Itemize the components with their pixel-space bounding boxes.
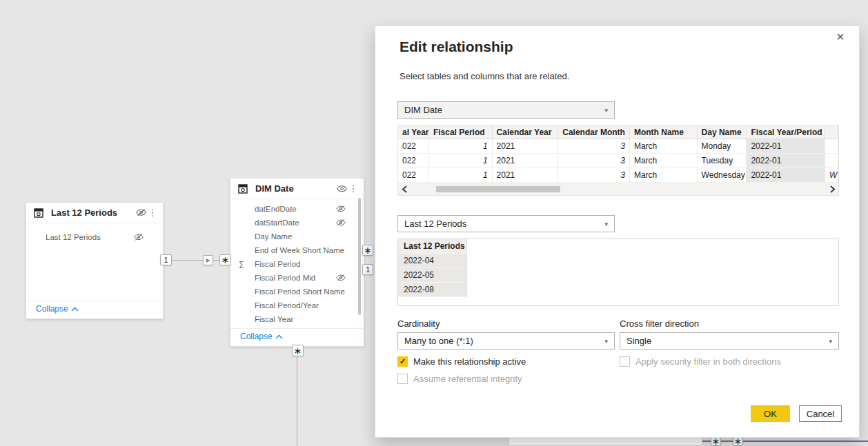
preview-cell[interactable]: W (825, 168, 838, 183)
table-preview-2: Last 12 Periods2022-042022-052022-08 (397, 239, 839, 306)
preview-cell[interactable]: 022 (398, 168, 429, 183)
scroll-left-icon[interactable] (398, 185, 411, 193)
preview-cell[interactable] (825, 139, 838, 154)
table-card-dim-date[interactable]: DIM Date ⋮ datEndDatedatStartDateDay Nam… (230, 178, 364, 347)
chevron-down-icon: ▾ (829, 338, 832, 345)
preview-cell[interactable]: March (630, 168, 698, 183)
collapse-label: Collapse (36, 304, 68, 314)
column-header[interactable]: Fiscal Year/Period (747, 125, 825, 139)
field-row[interactable]: Last 12 Periods (26, 230, 163, 244)
hidden-eye-slash-icon[interactable] (134, 206, 148, 220)
field-name: datStartDate (255, 219, 336, 227)
preview-cell[interactable] (825, 154, 838, 168)
make-active-checkbox[interactable]: ✓ Make this relationship active (397, 356, 526, 367)
column-header[interactable]: al Year (398, 125, 429, 139)
cardinality-label: Cardinality (397, 318, 440, 329)
edit-relationship-dialog: × Edit relationship Select tables and co… (375, 26, 860, 438)
field-name: Fiscal Year (255, 315, 364, 323)
field-row[interactable]: ∑Fiscal Period (230, 257, 364, 271)
card-footer: Collapse (230, 328, 364, 346)
field-row[interactable]: datStartDate (230, 216, 364, 230)
field-name: Last 12 Periods (46, 233, 134, 241)
referential-integrity-checkbox: Assume referential integrity (397, 374, 522, 384)
field-hidden-eye-slash-icon (336, 219, 346, 227)
preview-cell[interactable]: 3 (558, 139, 630, 154)
field-row[interactable]: Day Name (230, 230, 364, 243)
preview-cell[interactable]: 022 (398, 154, 429, 168)
scrollbar-thumb[interactable] (436, 186, 560, 192)
preview-cell[interactable]: 2022-01 (747, 168, 825, 183)
preview-cell[interactable]: 1 (429, 154, 493, 168)
field-row[interactable]: datEndDate (230, 202, 364, 216)
column-header[interactable]: Fiscal Period (429, 125, 493, 139)
field-name: Day Name (255, 232, 364, 241)
preview-cell[interactable]: Tuesday (698, 154, 747, 168)
below-many-marker: ∗ (292, 345, 304, 356)
more-options-icon[interactable]: ⋮ (148, 207, 157, 218)
preview-cell[interactable]: 2021 (493, 139, 559, 154)
field-name: Fiscal Period Short Name (255, 287, 364, 296)
preview-cell[interactable]: 2022-01 (747, 154, 825, 168)
column-header[interactable]: Last 12 Periods (398, 239, 467, 254)
preview-cell[interactable]: 2021 (493, 168, 559, 183)
field-name: Fiscal Period Mid (255, 274, 336, 282)
preview-cell[interactable]: 2021 (493, 154, 559, 168)
checkbox-label: Apply security filter in both directions (635, 356, 781, 367)
cancel-button[interactable]: Cancel (799, 405, 842, 422)
column-header[interactable]: Calendar Year (493, 125, 559, 139)
field-row[interactable]: Fiscal Period/Year (230, 298, 364, 312)
preview-cell[interactable]: 2022-01 (747, 139, 825, 154)
preview-cell[interactable]: 2022-04 (398, 254, 467, 268)
checkbox-label: Make this relationship active (413, 356, 526, 367)
close-icon[interactable]: × (831, 28, 849, 45)
more-options-icon[interactable]: ⋮ (348, 183, 358, 194)
preview-cell[interactable]: Monday (698, 139, 747, 154)
preview-cell[interactable]: 1 (429, 168, 493, 183)
cardinality-dropdown[interactable]: Many to one (*:1) ▾ (397, 332, 615, 349)
column-header[interactable] (825, 125, 838, 139)
field-row[interactable]: Fiscal Period Mid (230, 271, 364, 285)
table-select-dropdown-2[interactable]: Last 12 Periods ▾ (397, 215, 615, 232)
preview-row: 022120213MarchTuesday2022-01 (398, 154, 838, 168)
table-card-last-12-periods[interactable]: Last 12 Periods ⋮ Last 12 Periods Collap… (26, 202, 164, 319)
table-select-dropdown-1[interactable]: DIM Date ▾ (397, 101, 615, 119)
field-row[interactable]: End of Week Short Name (230, 243, 364, 257)
collapse-link[interactable]: Collapse (36, 304, 79, 314)
field-name: End of Week Short Name (255, 246, 364, 254)
preview-cell[interactable]: 1 (429, 139, 493, 154)
preview-cell[interactable]: March (630, 139, 698, 154)
horizontal-scrollbar[interactable] (398, 183, 838, 195)
cardinality-many-marker: ∗ (219, 254, 231, 265)
column-header[interactable]: Calendar Month (558, 125, 630, 139)
edge-one-marker: 1 (362, 264, 373, 275)
field-list: datEndDatedatStartDateDay NameEnd of Wee… (230, 199, 364, 330)
filter-direction-arrow-icon[interactable]: ▶ (203, 255, 213, 265)
preview-cell[interactable]: 3 (558, 154, 630, 168)
selected-relationship-line[interactable] (702, 440, 868, 442)
table-preview-1: al YearFiscal PeriodCalendar YearCalenda… (397, 125, 839, 196)
card-header: DIM Date ⋮ (230, 179, 364, 199)
preview-cell[interactable]: 3 (558, 168, 630, 183)
chevron-down-icon: ▾ (604, 338, 608, 345)
checkbox-check-icon (620, 356, 630, 367)
column-header[interactable]: Day Name (698, 125, 747, 139)
preview-cell[interactable]: March (630, 154, 698, 168)
collapse-link[interactable]: Collapse (240, 332, 283, 341)
cross-filter-dropdown[interactable]: Single ▾ (620, 332, 839, 349)
scroll-right-icon[interactable] (826, 185, 838, 193)
preview-cell[interactable]: 2022-08 (398, 283, 467, 297)
relationship-line-vertical[interactable] (297, 347, 297, 446)
table-icon (32, 206, 46, 220)
column-header[interactable]: Month Name (630, 125, 698, 139)
cardinality-one-marker: 1 (160, 254, 172, 265)
card-scrollbar[interactable] (358, 198, 361, 315)
preview-cell[interactable]: 2022-05 (398, 268, 467, 283)
ok-button[interactable]: OK (751, 405, 790, 422)
field-row[interactable]: Fiscal Period Short Name (230, 285, 364, 298)
chevron-down-icon: ▾ (604, 107, 608, 114)
preview-cell[interactable]: Wednesday (698, 168, 747, 183)
visible-eye-icon[interactable] (335, 182, 348, 196)
field-row[interactable]: Fiscal Year (230, 312, 364, 326)
field-name: datEndDate (255, 205, 336, 213)
preview-cell[interactable]: 022 (398, 139, 429, 154)
